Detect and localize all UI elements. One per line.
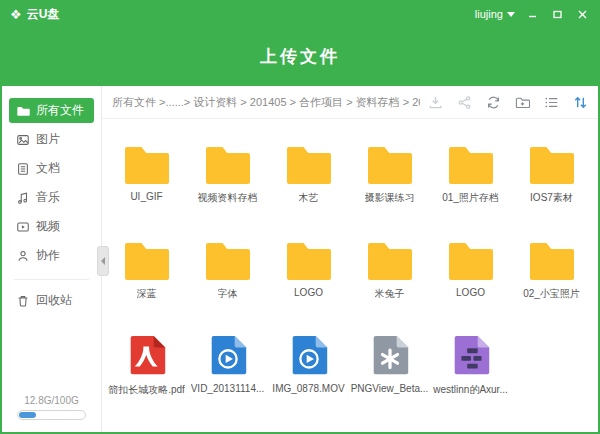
- minimize-button[interactable]: [524, 6, 540, 22]
- close-button[interactable]: [574, 6, 590, 22]
- video-icon: [16, 220, 30, 234]
- folder-item[interactable]: IOS7素材: [511, 125, 592, 221]
- folder-icon: [203, 221, 253, 287]
- folder-icon: [122, 125, 172, 191]
- file-name: westlinn的Axur...: [433, 383, 507, 397]
- people-icon: [16, 249, 30, 263]
- folder-item[interactable]: LOGO: [268, 221, 349, 317]
- image-icon: [16, 133, 30, 147]
- file-name: VID_20131114...: [191, 383, 265, 394]
- file-item[interactable]: IMG_0878.MOV: [268, 317, 349, 413]
- asterisk-file-icon: [367, 317, 413, 383]
- file-item[interactable]: westlinn的Axur...: [430, 317, 511, 413]
- maximize-button[interactable]: [549, 6, 565, 22]
- sidebar-item-recycle-bin[interactable]: 回收站: [9, 288, 94, 313]
- sidebar-item-documents[interactable]: 文档: [9, 156, 94, 181]
- folder-item[interactable]: UI_GIF: [106, 125, 187, 221]
- document-icon: [16, 162, 30, 176]
- folder-icon: [365, 221, 415, 287]
- video-file-icon: [205, 317, 251, 383]
- file-name: IMG_0878.MOV: [272, 383, 344, 394]
- file-name: 米兔子: [375, 287, 405, 301]
- file-name: 01_照片存档: [442, 191, 499, 205]
- folder-icon: [284, 125, 334, 191]
- storage-bar: [17, 410, 86, 420]
- file-grid: UI_GIF视频资料存档木艺摄影课练习01_照片存档IOS7素材深蓝字体LOGO…: [102, 119, 598, 432]
- sidebar-item-videos[interactable]: 视频: [9, 214, 94, 239]
- file-name: 字体: [218, 287, 238, 301]
- sidebar-item-all-files[interactable]: 所有文件: [9, 98, 94, 123]
- folder-item[interactable]: 摄影课练习: [349, 125, 430, 221]
- folder-item[interactable]: 木艺: [268, 125, 349, 221]
- file-name: 木艺: [299, 191, 319, 205]
- folder-item[interactable]: 02_小宝照片: [511, 221, 592, 317]
- app-logo-icon: ❖: [10, 8, 22, 21]
- file-name: 视频资料存档: [198, 191, 258, 205]
- list-view-icon[interactable]: [544, 95, 559, 110]
- pdf-file-icon: [124, 317, 170, 383]
- username: liujing: [475, 8, 503, 20]
- file-name: IOS7素材: [530, 191, 573, 205]
- file-name: LOGO: [456, 287, 485, 298]
- file-name: 02_小宝照片: [523, 287, 580, 301]
- sidebar-item-images[interactable]: 图片: [9, 127, 94, 152]
- file-name: UI_GIF: [130, 191, 162, 202]
- folder-icon: [365, 125, 415, 191]
- breadcrumb[interactable]: 所有文件 >......> 设计资料 > 201405 > 合作项目 > 资料存…: [112, 95, 420, 110]
- folder-icon: [446, 221, 496, 287]
- file-name: PNGView_Beta...: [351, 383, 429, 394]
- file-item[interactable]: VID_20131114...: [187, 317, 268, 413]
- sidebar-collapse-handle[interactable]: [97, 246, 109, 276]
- storage-bar-fill: [19, 412, 36, 418]
- folder-item[interactable]: 字体: [187, 221, 268, 317]
- download-icon[interactable]: [428, 95, 443, 110]
- folder-icon: [446, 125, 496, 191]
- storage-label: 12.8G/100G: [17, 395, 86, 406]
- page-header: 上传文件: [2, 26, 598, 86]
- storage-indicator: 12.8G/100G: [2, 389, 101, 432]
- sidebar-divider: [14, 279, 89, 280]
- chevron-down-icon: [507, 12, 515, 17]
- folder-icon: [527, 125, 577, 191]
- new-folder-icon[interactable]: [515, 95, 530, 110]
- file-item[interactable]: PNGView_Beta...: [349, 317, 430, 413]
- user-menu[interactable]: liujing: [475, 8, 515, 20]
- folder-item[interactable]: 视频资料存档: [187, 125, 268, 221]
- app-title: 云U盘: [27, 6, 60, 23]
- title-bar: ❖ 云U盘 liujing: [2, 2, 598, 26]
- app-window: ❖ 云U盘 liujing 上传文件 所有文件: [0, 0, 600, 434]
- folder-icon: [284, 221, 334, 287]
- video-file-icon: [286, 317, 332, 383]
- main-panel: 所有文件 >......> 设计资料 > 201405 > 合作项目 > 资料存…: [102, 86, 598, 432]
- axure-file-icon: [448, 317, 494, 383]
- file-name: 深蓝: [137, 287, 157, 301]
- file-name: 摄影课练习: [365, 191, 415, 205]
- folder-item[interactable]: 深蓝: [106, 221, 187, 317]
- file-name: 箭扣长城攻略.pdf: [108, 383, 185, 397]
- folder-icon: [203, 125, 253, 191]
- file-item[interactable]: 箭扣长城攻略.pdf: [106, 317, 187, 413]
- folder-icon: [16, 104, 30, 118]
- refresh-icon[interactable]: [486, 95, 501, 110]
- share-icon[interactable]: [457, 95, 472, 110]
- folder-item[interactable]: LOGO: [430, 221, 511, 317]
- sort-icon[interactable]: [573, 95, 588, 110]
- sidebar-item-music[interactable]: 音乐: [9, 185, 94, 210]
- folder-item[interactable]: 米兔子: [349, 221, 430, 317]
- sidebar: 所有文件 图片 文档 音乐 视频 协作: [2, 86, 102, 432]
- page-title: 上传文件: [260, 45, 340, 68]
- sidebar-item-collaboration[interactable]: 协作: [9, 243, 94, 268]
- file-name: LOGO: [294, 287, 323, 298]
- music-icon: [16, 191, 30, 205]
- folder-icon: [122, 221, 172, 287]
- folder-icon: [527, 221, 577, 287]
- folder-item[interactable]: 01_照片存档: [430, 125, 511, 221]
- chevron-left-icon: [101, 257, 105, 265]
- toolbar: 所有文件 >......> 设计资料 > 201405 > 合作项目 > 资料存…: [102, 86, 598, 119]
- trash-icon: [16, 294, 30, 308]
